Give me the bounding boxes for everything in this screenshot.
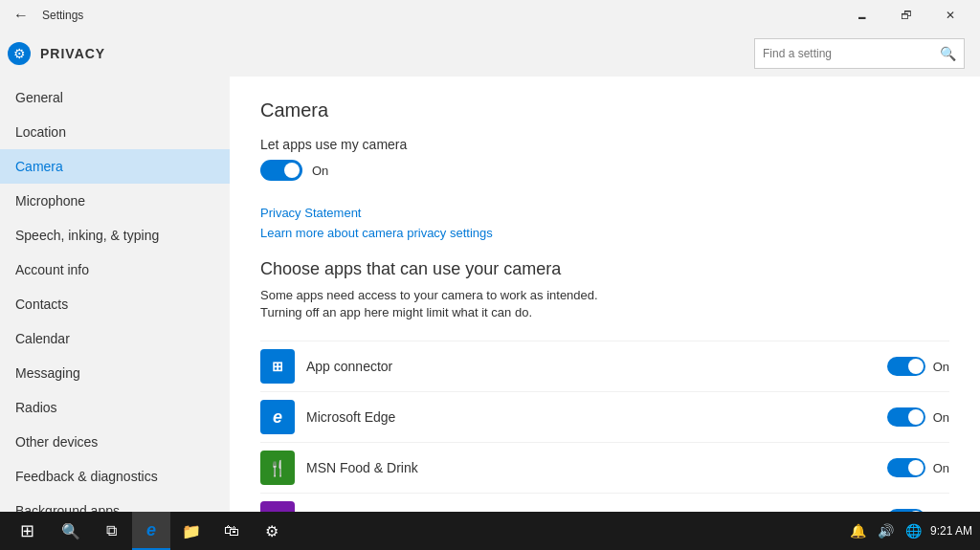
choose-desc: Some apps need access to your camera to … xyxy=(260,287,949,321)
sidebar-item-camera[interactable]: Camera xyxy=(0,149,230,184)
sidebar-item-background[interactable]: Background apps xyxy=(0,494,230,512)
header-left: ⚙ PRIVACY xyxy=(8,42,105,65)
taskbar-settings[interactable]: ⚙ xyxy=(253,512,291,550)
section-title: Camera xyxy=(260,99,949,121)
main-toggle-row: Let apps use my camera xyxy=(260,137,949,152)
tray-network[interactable]: 🌐 xyxy=(902,523,924,539)
sidebar-item-calendar[interactable]: Calendar xyxy=(0,321,230,356)
sidebar-item-general[interactable]: General xyxy=(0,80,230,115)
content-area: General Location Camera Microphone Speec… xyxy=(0,77,980,512)
edge-state: On xyxy=(933,410,949,425)
taskbar-search[interactable]: 🔍 xyxy=(52,512,90,550)
learn-more-link[interactable]: Learn more about camera privacy settings xyxy=(260,226,949,240)
sidebar: General Location Camera Microphone Speec… xyxy=(0,77,230,512)
msn-toggle-group: On xyxy=(887,458,949,477)
edge-name: Microsoft Edge xyxy=(306,409,887,425)
tray-volume[interactable]: 🔊 xyxy=(875,523,897,539)
taskbar-explorer[interactable]: 📁 xyxy=(172,512,211,550)
app-row-edge: e Microsoft Edge On xyxy=(260,391,949,442)
app-row-onenote: N OneNote On xyxy=(260,493,949,512)
taskbar-explorer-icon: 📁 xyxy=(182,522,201,540)
taskbar-settings-icon: ⚙ xyxy=(265,522,278,540)
app-connector-icon: ⊞ xyxy=(260,349,295,384)
app-row-msn: 🍴 MSN Food & Drink On xyxy=(260,442,949,493)
app-connector-toggle-group: On xyxy=(887,357,949,376)
sidebar-item-radios[interactable]: Radios xyxy=(0,390,230,425)
edge-icon: e xyxy=(260,400,295,434)
sidebar-item-contacts[interactable]: Contacts xyxy=(0,287,230,321)
start-button[interactable]: ⊞ xyxy=(4,512,50,550)
msn-icon: 🍴 xyxy=(260,451,295,485)
minimize-button[interactable]: 🗕 xyxy=(840,0,884,31)
toggle-label: Let apps use my camera xyxy=(260,137,407,152)
main-toggle-state-row: On xyxy=(260,160,949,181)
start-icon: ⊞ xyxy=(20,520,34,541)
sidebar-item-speech[interactable]: Speech, inking, & typing xyxy=(0,218,230,253)
app-connector-toggle[interactable] xyxy=(887,357,925,376)
title-bar: ← Settings 🗕 🗗 ✕ xyxy=(0,0,980,31)
taskbar: ⊞ 🔍 ⧉ e 📁 🛍 ⚙ 🔔 🔊 🌐 9:21 AM xyxy=(0,512,980,550)
onenote-toggle[interactable] xyxy=(887,509,925,512)
taskbar-search-icon: 🔍 xyxy=(61,522,80,540)
taskbar-store[interactable]: 🛍 xyxy=(212,512,251,550)
taskbar-left: ⊞ 🔍 ⧉ e 📁 🛍 ⚙ xyxy=(4,512,291,550)
camera-toggle-state: On xyxy=(312,164,328,178)
msn-toggle[interactable] xyxy=(887,458,925,477)
taskbar-taskview-icon: ⧉ xyxy=(106,522,117,539)
choose-title: Choose apps that can use your camera xyxy=(260,259,949,279)
restore-button[interactable]: 🗗 xyxy=(884,0,928,31)
app-connector-name: App connector xyxy=(306,359,887,374)
edge-toggle-group: On xyxy=(887,407,949,427)
taskbar-time: 9:21 AM xyxy=(930,523,972,539)
title-bar-left: ← Settings xyxy=(8,2,83,29)
sidebar-item-microphone[interactable]: Microphone xyxy=(0,184,230,218)
tray-notification[interactable]: 🔔 xyxy=(847,523,869,539)
back-button[interactable]: ← xyxy=(8,2,34,29)
taskbar-taskview[interactable]: ⧉ xyxy=(92,512,130,550)
title-bar-controls: 🗕 🗗 ✕ xyxy=(840,0,972,31)
msn-name: MSN Food & Drink xyxy=(306,460,887,475)
app-row-app-connector: ⊞ App connector On xyxy=(260,341,949,391)
onenote-icon: N xyxy=(260,501,295,512)
title-bar-title: Settings xyxy=(42,9,83,22)
search-box[interactable]: 🔍 xyxy=(754,38,965,69)
taskbar-right: 🔔 🔊 🌐 9:21 AM xyxy=(847,523,976,539)
search-input[interactable] xyxy=(763,47,940,60)
camera-toggle[interactable] xyxy=(260,160,302,181)
sidebar-item-feedback[interactable]: Feedback & diagnostics xyxy=(0,459,230,494)
privacy-statement-link[interactable]: Privacy Statement xyxy=(260,206,949,220)
app-connector-state: On xyxy=(933,360,949,374)
sidebar-item-account[interactable]: Account info xyxy=(0,253,230,287)
edge-toggle[interactable] xyxy=(887,407,925,427)
sidebar-item-messaging[interactable]: Messaging xyxy=(0,356,230,390)
taskbar-store-icon: 🛍 xyxy=(224,522,239,539)
header-bar: ⚙ PRIVACY 🔍 xyxy=(0,31,980,77)
taskbar-edge[interactable]: e xyxy=(132,512,170,550)
search-icon: 🔍 xyxy=(940,46,956,61)
msn-state: On xyxy=(933,461,949,475)
close-button[interactable]: ✕ xyxy=(928,0,972,31)
sidebar-item-location[interactable]: Location xyxy=(0,115,230,149)
header-title: PRIVACY xyxy=(40,46,105,61)
main-content: Camera Let apps use my camera On Privacy… xyxy=(230,77,980,512)
sidebar-item-other[interactable]: Other devices xyxy=(0,425,230,459)
privacy-icon: ⚙ xyxy=(8,42,31,65)
taskbar-edge-icon: e xyxy=(146,520,156,540)
app-container: ⚙ PRIVACY 🔍 General Location Camera Micr… xyxy=(0,31,980,512)
